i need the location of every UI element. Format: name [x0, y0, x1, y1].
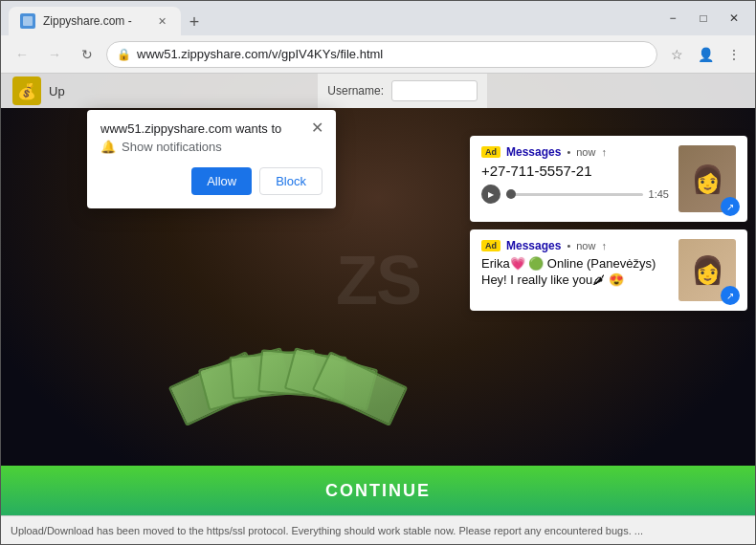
status-text: Upload/Download has been moved to the ht…	[11, 525, 643, 536]
content-area: ZS 💰 Up Username: ✕ www51.zippyshare.com…	[1, 74, 755, 515]
popup-close-button[interactable]: ✕	[307, 118, 326, 137]
notification-popup: ✕ www51.zippyshare.com wants to 🔔 Show n…	[87, 110, 336, 208]
lock-icon: 🔒	[117, 48, 131, 61]
close-button[interactable]: ✕	[721, 5, 747, 32]
maximize-button[interactable]: □	[690, 5, 717, 32]
ad-badge-2: Ad	[481, 240, 500, 251]
bookmark-icon[interactable]: ☆	[663, 41, 690, 68]
ad-badge-1: Ad	[481, 146, 500, 158]
username-label: Username:	[327, 84, 384, 98]
ad-notification-icon-2: ↑	[601, 240, 607, 251]
ad-notification-icon-1: ↑	[601, 146, 607, 158]
active-tab[interactable]: Zippyshare.com - ✕	[9, 7, 181, 35]
ad-card-1-arrow[interactable]: ↗	[721, 197, 740, 216]
username-input[interactable]	[391, 80, 478, 101]
close-tab-button[interactable]: ✕	[154, 13, 169, 29]
watermark: ZS	[336, 241, 420, 319]
ad-time-1: now	[576, 146, 595, 158]
address-bar-row: ← → ↻ 🔒 www51.zippyshare.com/v/gpIV4KYs/…	[1, 35, 755, 74]
status-bar: Upload/Download has been moved to the ht…	[1, 515, 755, 544]
tab-favicon	[20, 13, 35, 29]
progress-dot	[506, 189, 516, 199]
play-button[interactable]: ▶	[481, 185, 500, 204]
popup-buttons: Allow Block	[100, 167, 322, 195]
address-bar-actions: ☆ 👤 ⋮	[663, 41, 747, 68]
username-area: Username:	[318, 74, 487, 108]
continue-button[interactable]: CONTINUE	[1, 466, 755, 515]
ad-source-1: Messages	[506, 145, 561, 159]
ad-phone-number: +27-711-5557-21	[481, 163, 669, 179]
forward-button[interactable]: →	[41, 41, 68, 68]
new-tab-button[interactable]: +	[181, 9, 208, 35]
audio-duration: 1:45	[649, 188, 669, 200]
block-button[interactable]: Block	[259, 167, 322, 195]
ad-card-1[interactable]: Ad Messages • now ↑ +27-711-5557-21 ▶ 1:…	[470, 136, 747, 222]
ad-time-2: now	[576, 240, 595, 251]
ad-card-2-content: Ad Messages • now ↑ Erika💗 🟢 Online (Pan…	[481, 239, 669, 301]
upload-label: Up	[49, 84, 65, 98]
address-bar[interactable]: 🔒 www51.zippyshare.com/v/gpIV4KYs/file.h…	[106, 41, 657, 68]
allow-button[interactable]: Allow	[191, 167, 252, 195]
ad-card-1-header: Ad Messages • now ↑	[481, 145, 669, 159]
tab-bar: Zippyshare.com - ✕ +	[9, 1, 208, 35]
profile-icon[interactable]: 👤	[692, 41, 719, 68]
browser-window: Zippyshare.com - ✕ + − □ ✕ ← → ↻ 🔒 www51…	[0, 0, 756, 545]
ad-card2-line1: Erika💗 🟢 Online (Panevėžys)	[481, 256, 669, 271]
tab-label: Zippyshare.com -	[43, 14, 146, 28]
title-bar: Zippyshare.com - ✕ + − □ ✕	[1, 1, 755, 35]
url-text: www51.zippyshare.com/v/gpIV4KYs/file.htm…	[137, 47, 383, 61]
popup-subtitle-text: Show notifications	[122, 140, 222, 154]
menu-icon[interactable]: ⋮	[721, 41, 747, 68]
back-button[interactable]: ←	[9, 41, 35, 68]
ad-source-2: Messages	[506, 239, 561, 252]
ad-card-1-content: Ad Messages • now ↑ +27-711-5557-21 ▶ 1:…	[481, 145, 669, 212]
notification-icon: 🔔	[100, 140, 116, 154]
minimize-button[interactable]: −	[659, 5, 686, 32]
bill-6	[312, 351, 409, 426]
svg-rect-0	[23, 16, 33, 26]
ad-card-2[interactable]: Ad Messages • now ↑ Erika💗 🟢 Online (Pan…	[470, 229, 747, 311]
reload-button[interactable]: ↻	[74, 41, 100, 68]
ad-card-2-header: Ad Messages • now ↑	[481, 239, 669, 252]
popup-subtitle: 🔔 Show notifications	[100, 140, 322, 154]
ad-cards-container: Ad Messages • now ↑ +27-711-5557-21 ▶ 1:…	[470, 136, 747, 311]
audio-progress-bar[interactable]	[506, 193, 643, 196]
audio-player[interactable]: ▶ 1:45	[481, 185, 669, 204]
ad-card2-line2: Hey! I really like you🌶 😍	[481, 272, 669, 287]
money-bills-area	[97, 305, 659, 429]
popup-title: www51.zippyshare.com wants to	[100, 121, 322, 136]
upload-icon: 💰	[12, 76, 41, 105]
ad-card-2-arrow[interactable]: ↗	[721, 286, 740, 305]
window-controls: − □ ✕	[659, 5, 747, 32]
